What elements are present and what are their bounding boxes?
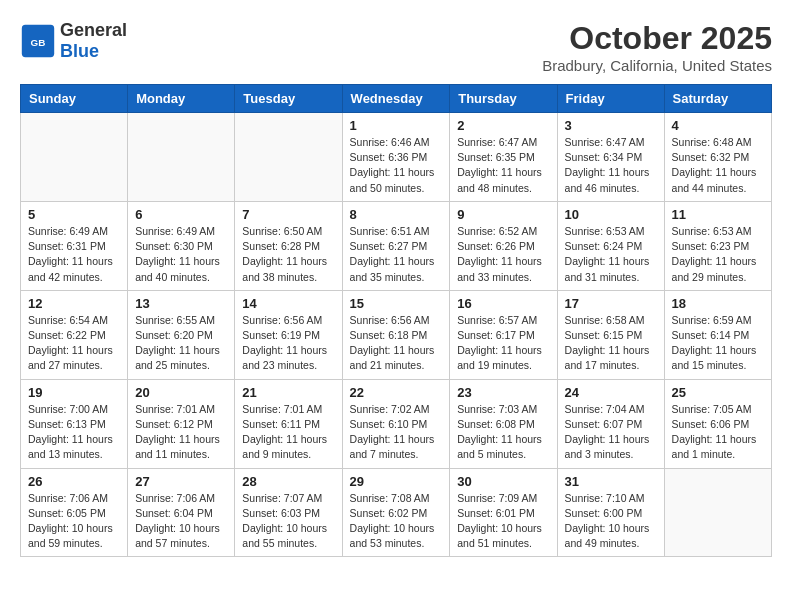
day-info: Sunrise: 6:49 AM Sunset: 6:30 PM Dayligh…	[135, 224, 227, 285]
calendar-cell: 15Sunrise: 6:56 AM Sunset: 6:18 PM Dayli…	[342, 290, 450, 379]
day-info: Sunrise: 6:48 AM Sunset: 6:32 PM Dayligh…	[672, 135, 764, 196]
day-info: Sunrise: 7:10 AM Sunset: 6:00 PM Dayligh…	[565, 491, 657, 552]
calendar-cell	[21, 113, 128, 202]
calendar-week-row: 5Sunrise: 6:49 AM Sunset: 6:31 PM Daylig…	[21, 201, 772, 290]
calendar-cell	[128, 113, 235, 202]
day-number: 28	[242, 474, 334, 489]
logo-icon: GB	[20, 23, 56, 59]
calendar-cell: 1Sunrise: 6:46 AM Sunset: 6:36 PM Daylig…	[342, 113, 450, 202]
calendar-cell: 21Sunrise: 7:01 AM Sunset: 6:11 PM Dayli…	[235, 379, 342, 468]
day-number: 12	[28, 296, 120, 311]
day-number: 27	[135, 474, 227, 489]
day-number: 7	[242, 207, 334, 222]
day-number: 18	[672, 296, 764, 311]
calendar-cell: 5Sunrise: 6:49 AM Sunset: 6:31 PM Daylig…	[21, 201, 128, 290]
day-number: 11	[672, 207, 764, 222]
weekday-header-tuesday: Tuesday	[235, 85, 342, 113]
calendar-cell: 24Sunrise: 7:04 AM Sunset: 6:07 PM Dayli…	[557, 379, 664, 468]
calendar-cell: 11Sunrise: 6:53 AM Sunset: 6:23 PM Dayli…	[664, 201, 771, 290]
calendar-cell: 6Sunrise: 6:49 AM Sunset: 6:30 PM Daylig…	[128, 201, 235, 290]
day-number: 16	[457, 296, 549, 311]
calendar-cell: 7Sunrise: 6:50 AM Sunset: 6:28 PM Daylig…	[235, 201, 342, 290]
day-info: Sunrise: 7:06 AM Sunset: 6:05 PM Dayligh…	[28, 491, 120, 552]
weekday-header-thursday: Thursday	[450, 85, 557, 113]
calendar-cell: 29Sunrise: 7:08 AM Sunset: 6:02 PM Dayli…	[342, 468, 450, 557]
calendar-cell: 14Sunrise: 6:56 AM Sunset: 6:19 PM Dayli…	[235, 290, 342, 379]
calendar-cell: 28Sunrise: 7:07 AM Sunset: 6:03 PM Dayli…	[235, 468, 342, 557]
day-number: 24	[565, 385, 657, 400]
day-number: 9	[457, 207, 549, 222]
location: Bradbury, California, United States	[542, 57, 772, 74]
calendar-week-row: 1Sunrise: 6:46 AM Sunset: 6:36 PM Daylig…	[21, 113, 772, 202]
logo: GB General Blue	[20, 20, 127, 62]
svg-text:GB: GB	[31, 37, 46, 48]
day-number: 21	[242, 385, 334, 400]
day-info: Sunrise: 6:53 AM Sunset: 6:24 PM Dayligh…	[565, 224, 657, 285]
calendar-cell: 17Sunrise: 6:58 AM Sunset: 6:15 PM Dayli…	[557, 290, 664, 379]
page-header: GB General Blue October 2025 Bradbury, C…	[20, 20, 772, 74]
calendar-cell: 8Sunrise: 6:51 AM Sunset: 6:27 PM Daylig…	[342, 201, 450, 290]
day-number: 1	[350, 118, 443, 133]
day-number: 23	[457, 385, 549, 400]
calendar-cell: 25Sunrise: 7:05 AM Sunset: 6:06 PM Dayli…	[664, 379, 771, 468]
day-info: Sunrise: 7:03 AM Sunset: 6:08 PM Dayligh…	[457, 402, 549, 463]
day-number: 25	[672, 385, 764, 400]
calendar-cell: 22Sunrise: 7:02 AM Sunset: 6:10 PM Dayli…	[342, 379, 450, 468]
logo-blue-text: Blue	[60, 41, 127, 62]
calendar-week-row: 12Sunrise: 6:54 AM Sunset: 6:22 PM Dayli…	[21, 290, 772, 379]
day-info: Sunrise: 7:08 AM Sunset: 6:02 PM Dayligh…	[350, 491, 443, 552]
day-info: Sunrise: 6:56 AM Sunset: 6:19 PM Dayligh…	[242, 313, 334, 374]
day-info: Sunrise: 6:51 AM Sunset: 6:27 PM Dayligh…	[350, 224, 443, 285]
day-info: Sunrise: 6:53 AM Sunset: 6:23 PM Dayligh…	[672, 224, 764, 285]
day-info: Sunrise: 6:49 AM Sunset: 6:31 PM Dayligh…	[28, 224, 120, 285]
calendar-cell: 9Sunrise: 6:52 AM Sunset: 6:26 PM Daylig…	[450, 201, 557, 290]
weekday-header-sunday: Sunday	[21, 85, 128, 113]
calendar-cell: 12Sunrise: 6:54 AM Sunset: 6:22 PM Dayli…	[21, 290, 128, 379]
weekday-header-monday: Monday	[128, 85, 235, 113]
calendar-cell: 31Sunrise: 7:10 AM Sunset: 6:00 PM Dayli…	[557, 468, 664, 557]
day-info: Sunrise: 6:50 AM Sunset: 6:28 PM Dayligh…	[242, 224, 334, 285]
calendar-cell: 4Sunrise: 6:48 AM Sunset: 6:32 PM Daylig…	[664, 113, 771, 202]
day-info: Sunrise: 7:04 AM Sunset: 6:07 PM Dayligh…	[565, 402, 657, 463]
day-number: 8	[350, 207, 443, 222]
day-number: 22	[350, 385, 443, 400]
calendar-cell: 19Sunrise: 7:00 AM Sunset: 6:13 PM Dayli…	[21, 379, 128, 468]
calendar-cell: 27Sunrise: 7:06 AM Sunset: 6:04 PM Dayli…	[128, 468, 235, 557]
title-block: October 2025 Bradbury, California, Unite…	[542, 20, 772, 74]
day-number: 2	[457, 118, 549, 133]
day-info: Sunrise: 6:57 AM Sunset: 6:17 PM Dayligh…	[457, 313, 549, 374]
calendar-cell: 10Sunrise: 6:53 AM Sunset: 6:24 PM Dayli…	[557, 201, 664, 290]
weekday-header-saturday: Saturday	[664, 85, 771, 113]
day-info: Sunrise: 7:01 AM Sunset: 6:12 PM Dayligh…	[135, 402, 227, 463]
calendar-cell: 2Sunrise: 6:47 AM Sunset: 6:35 PM Daylig…	[450, 113, 557, 202]
day-number: 5	[28, 207, 120, 222]
day-number: 31	[565, 474, 657, 489]
calendar-cell: 3Sunrise: 6:47 AM Sunset: 6:34 PM Daylig…	[557, 113, 664, 202]
calendar-cell: 30Sunrise: 7:09 AM Sunset: 6:01 PM Dayli…	[450, 468, 557, 557]
day-info: Sunrise: 7:09 AM Sunset: 6:01 PM Dayligh…	[457, 491, 549, 552]
day-number: 20	[135, 385, 227, 400]
day-info: Sunrise: 6:58 AM Sunset: 6:15 PM Dayligh…	[565, 313, 657, 374]
day-info: Sunrise: 7:05 AM Sunset: 6:06 PM Dayligh…	[672, 402, 764, 463]
day-info: Sunrise: 6:46 AM Sunset: 6:36 PM Dayligh…	[350, 135, 443, 196]
day-number: 14	[242, 296, 334, 311]
calendar-cell: 13Sunrise: 6:55 AM Sunset: 6:20 PM Dayli…	[128, 290, 235, 379]
calendar-week-row: 19Sunrise: 7:00 AM Sunset: 6:13 PM Dayli…	[21, 379, 772, 468]
day-number: 10	[565, 207, 657, 222]
day-number: 13	[135, 296, 227, 311]
day-info: Sunrise: 6:59 AM Sunset: 6:14 PM Dayligh…	[672, 313, 764, 374]
calendar-week-row: 26Sunrise: 7:06 AM Sunset: 6:05 PM Dayli…	[21, 468, 772, 557]
day-info: Sunrise: 7:00 AM Sunset: 6:13 PM Dayligh…	[28, 402, 120, 463]
day-info: Sunrise: 7:07 AM Sunset: 6:03 PM Dayligh…	[242, 491, 334, 552]
day-number: 3	[565, 118, 657, 133]
day-number: 30	[457, 474, 549, 489]
day-number: 17	[565, 296, 657, 311]
day-info: Sunrise: 6:47 AM Sunset: 6:34 PM Dayligh…	[565, 135, 657, 196]
calendar-cell: 20Sunrise: 7:01 AM Sunset: 6:12 PM Dayli…	[128, 379, 235, 468]
day-number: 6	[135, 207, 227, 222]
day-number: 19	[28, 385, 120, 400]
weekday-header-row: SundayMondayTuesdayWednesdayThursdayFrid…	[21, 85, 772, 113]
day-info: Sunrise: 6:54 AM Sunset: 6:22 PM Dayligh…	[28, 313, 120, 374]
weekday-header-friday: Friday	[557, 85, 664, 113]
day-number: 4	[672, 118, 764, 133]
